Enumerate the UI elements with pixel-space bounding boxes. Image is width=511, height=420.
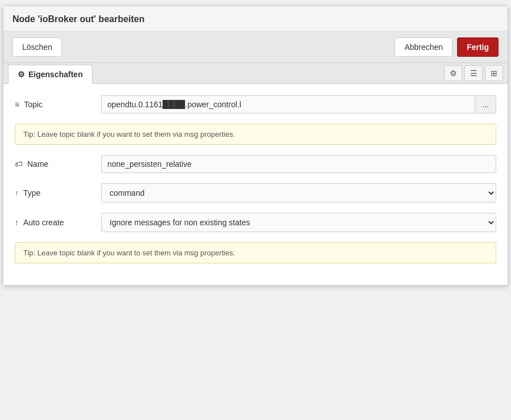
autocreate-select[interactable]: Ignore messages for non existing states … <box>101 213 496 232</box>
form-area: ≡ Topic ... Tip: Leave topic blank if yo… <box>3 84 508 285</box>
name-label: 🏷 Name <box>15 159 94 169</box>
type-label: ↑ Type <box>15 188 94 198</box>
autocreate-row: ↑ Auto create Ignore messages for non ex… <box>15 213 496 232</box>
gear-icon: ⚙ <box>450 69 457 78</box>
dialog-title: Node 'ioBroker out' bearbeiten <box>12 14 499 24</box>
name-row: 🏷 Name <box>15 155 496 173</box>
tip-box-2: Tip: Leave topic blank if you want to se… <box>15 242 496 263</box>
type-select[interactable]: command state both <box>101 183 496 203</box>
doc-icon: ☰ <box>470 69 478 78</box>
layout-icon: ⊞ <box>491 69 497 78</box>
tabs-row: ⚙ Eigenschaften ⚙ ☰ ⊞ <box>3 63 508 84</box>
dialog-header: Node 'ioBroker out' bearbeiten <box>3 6 508 32</box>
name-input[interactable] <box>101 155 496 173</box>
delete-button[interactable]: Löschen <box>12 37 62 57</box>
tab-icon-layout-button[interactable]: ⊞ <box>485 65 503 81</box>
done-button[interactable]: Fertig <box>457 37 499 57</box>
topic-label: ≡ Topic <box>15 100 94 109</box>
tip-box-1: Tip: Leave topic blank if you want to se… <box>15 124 496 145</box>
cancel-button[interactable]: Abbrechen <box>395 37 453 57</box>
tab-properties-label: Eigenschaften <box>28 70 83 79</box>
dialog-toolbar: Löschen Abbrechen Fertig <box>3 32 508 63</box>
tab-icons-area: ⚙ ☰ ⊞ <box>444 63 508 83</box>
topic-expand-button[interactable]: ... <box>475 95 496 114</box>
autocreate-icon: ↑ <box>15 218 19 227</box>
topic-input-group: ... <box>101 95 496 114</box>
tab-properties[interactable]: ⚙ Eigenschaften <box>8 65 93 84</box>
tab-icon-gear-button[interactable]: ⚙ <box>444 65 462 81</box>
autocreate-label: ↑ Auto create <box>15 218 94 227</box>
topic-row: ≡ Topic ... <box>15 95 496 114</box>
name-icon: 🏷 <box>15 159 23 169</box>
topic-icon: ≡ <box>15 100 19 109</box>
dialog-container: Node 'ioBroker out' bearbeiten Löschen A… <box>3 6 508 285</box>
tab-icon-doc-button[interactable]: ☰ <box>464 65 483 81</box>
tab-properties-icon: ⚙ <box>18 70 25 79</box>
type-icon: ↑ <box>15 188 19 198</box>
topic-input[interactable] <box>101 95 475 114</box>
type-row: ↑ Type command state both <box>15 183 496 203</box>
